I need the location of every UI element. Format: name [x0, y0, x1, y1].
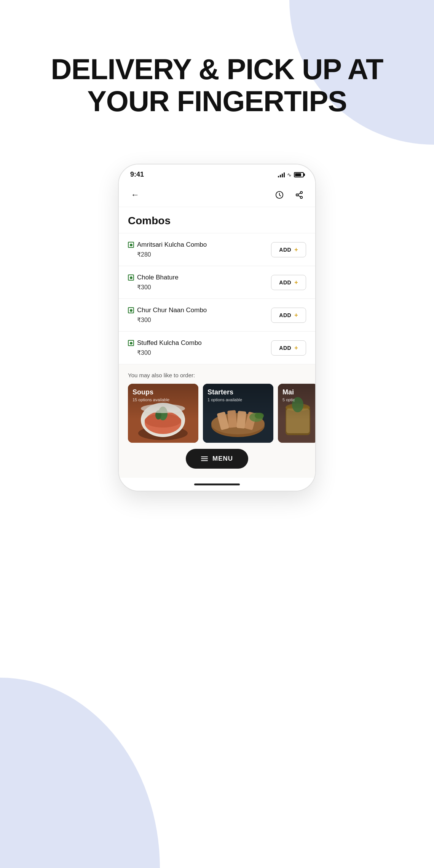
menu-item: Stuffed Kulcha Combo ₹300 ADD +: [119, 332, 315, 364]
signal-icon: [278, 172, 285, 177]
menu-item: Amritsari Kulcha Combo ₹280 ADD +: [119, 233, 315, 266]
recommendations-cards: Soups 15 options available: [119, 384, 315, 443]
add-button-2[interactable]: ADD +: [271, 275, 306, 290]
hero-title: DELIVERY & PICK UP AT YOUR FINGERTIPS: [23, 53, 411, 117]
soups-card-overlay: Soups 15 options available: [128, 384, 198, 443]
veg-indicator: [128, 242, 134, 248]
menu-item: Chur Chur Naan Combo ₹300 ADD +: [119, 299, 315, 332]
back-button[interactable]: ←: [128, 188, 142, 202]
share-button[interactable]: [292, 188, 306, 202]
recommendations-title: You may also like to order:: [119, 372, 315, 384]
mains-card-subtitle: 5 optic: [282, 397, 313, 402]
bg-blob-bottom-left: [0, 678, 160, 868]
share-icon: [295, 191, 303, 199]
item-name: Amritsari Kulcha Combo: [137, 241, 207, 249]
starters-card-title: Starters: [207, 388, 269, 396]
add-button-1[interactable]: ADD +: [271, 242, 306, 257]
wifi-icon: ∿: [287, 172, 292, 178]
status-icons: ∿: [278, 172, 304, 178]
page-title: Combos: [128, 215, 306, 227]
phone-body: 9:41 ∿ ←: [118, 164, 316, 491]
item-name: Chole Bhature: [137, 274, 179, 281]
bottom-bar: MENU: [119, 443, 315, 478]
add-button-3[interactable]: ADD +: [271, 308, 306, 323]
item-price: ₹300: [137, 316, 271, 324]
clock-button[interactable]: [273, 188, 286, 202]
item-name-row: Amritsari Kulcha Combo: [128, 241, 271, 249]
menu-list: Amritsari Kulcha Combo ₹280 ADD + Chole …: [119, 233, 315, 364]
item-name: Stuffed Kulcha Combo: [137, 339, 202, 347]
soups-card-subtitle: 15 options available: [132, 397, 194, 402]
item-name-row: Chole Bhature: [128, 274, 271, 281]
header-actions: [273, 188, 306, 202]
menu-item-info: Amritsari Kulcha Combo ₹280: [128, 241, 271, 258]
app-header: ←: [119, 182, 315, 207]
recommendations-section: You may also like to order:: [119, 364, 315, 443]
rec-card-soups[interactable]: Soups 15 options available: [128, 384, 198, 443]
veg-indicator: [128, 274, 134, 281]
item-price: ₹300: [137, 349, 271, 356]
starters-card-subtitle: 1 options available: [207, 397, 269, 402]
item-price: ₹300: [137, 284, 271, 291]
back-arrow-icon: ←: [131, 190, 139, 200]
rec-card-starters[interactable]: Starters 1 options available: [203, 384, 273, 443]
add-button-4[interactable]: ADD +: [271, 340, 306, 356]
menu-pill-label: MENU: [212, 455, 233, 463]
rec-card-mains[interactable]: Mai 5 optic: [278, 384, 315, 443]
item-name-row: Stuffed Kulcha Combo: [128, 339, 271, 347]
item-price: ₹280: [137, 251, 271, 258]
status-time: 9:41: [130, 171, 144, 179]
clock-icon: [275, 191, 284, 199]
menu-pill-button[interactable]: MENU: [186, 449, 248, 469]
menu-item: Chole Bhature ₹300 ADD +: [119, 266, 315, 299]
veg-indicator: [128, 307, 134, 313]
item-name: Chur Chur Naan Combo: [137, 306, 207, 314]
soups-card-title: Soups: [132, 388, 194, 396]
phone-mockup: 9:41 ∿ ←: [118, 164, 316, 491]
menu-item-info: Stuffed Kulcha Combo ₹300: [128, 339, 271, 356]
home-bar: [194, 483, 240, 485]
hero-heading: DELIVERY & PICK UP AT YOUR FINGERTIPS: [23, 53, 411, 117]
item-name-row: Chur Chur Naan Combo: [128, 306, 271, 314]
page-title-section: Combos: [119, 207, 315, 233]
home-indicator: [119, 478, 315, 491]
starters-card-overlay: Starters 1 options available: [203, 384, 273, 443]
battery-icon: [294, 172, 304, 177]
menu-item-info: Chur Chur Naan Combo ₹300: [128, 306, 271, 324]
veg-indicator: [128, 340, 134, 346]
menu-lines-icon: [201, 456, 208, 461]
mains-card-title: Mai: [282, 388, 313, 396]
mains-card-overlay: Mai 5 optic: [278, 384, 315, 443]
status-bar: 9:41 ∿: [119, 164, 315, 182]
menu-item-info: Chole Bhature ₹300: [128, 274, 271, 291]
